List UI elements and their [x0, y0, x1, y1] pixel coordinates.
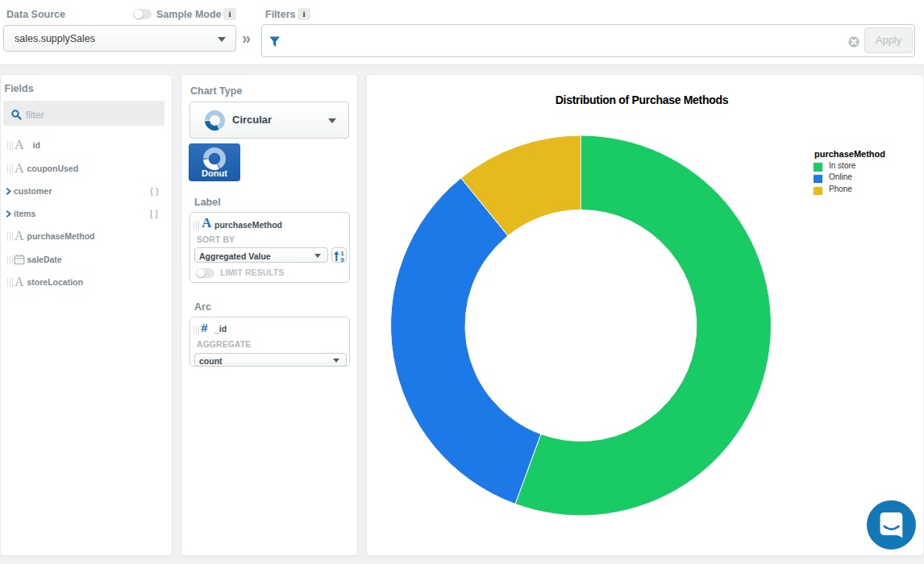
svg-text:9: 9	[340, 256, 344, 263]
